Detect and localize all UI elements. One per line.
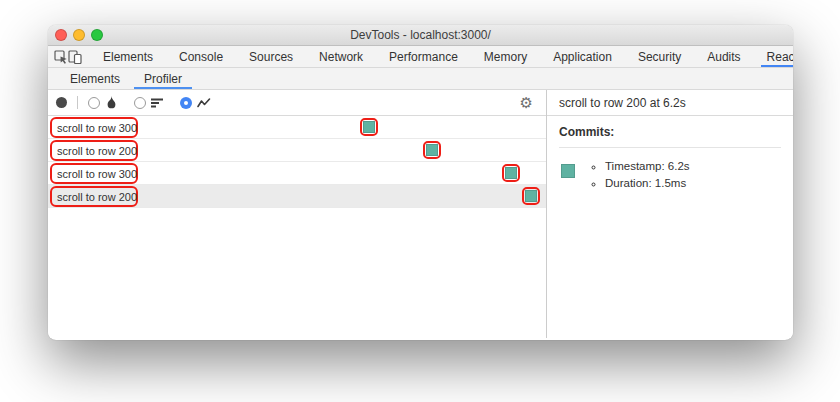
interactions-view-group: [180, 97, 211, 109]
settings-gear-icon[interactable]: ⚙: [520, 95, 533, 110]
tab-react[interactable]: React: [754, 46, 793, 67]
zoom-button[interactable]: [91, 29, 103, 41]
close-button[interactable]: [55, 29, 67, 41]
profiler-toolbar-separator: [77, 96, 78, 109]
interaction-row[interactable]: scroll to row 300: [48, 116, 546, 139]
profiler-toolbar: ⚙: [48, 90, 546, 116]
device-toolbar-icon: [68, 50, 82, 64]
tab-performance[interactable]: Performance: [376, 46, 471, 67]
commit-square-icon: [505, 167, 517, 179]
record-icon[interactable]: [56, 97, 67, 108]
devtools-window: DevTools - localhost:3000/ Elements Cons…: [48, 25, 793, 340]
flamegraph-view-group: [88, 96, 117, 109]
interaction-row-selected[interactable]: scroll to row 200: [48, 185, 546, 208]
react-subtabbar: Elements Profiler: [48, 68, 793, 90]
subtab-profiler[interactable]: Profiler: [132, 68, 194, 89]
commit-marker[interactable]: [522, 187, 540, 205]
commit-square-icon: [426, 144, 438, 156]
tab-security[interactable]: Security: [625, 46, 694, 67]
commit-marker[interactable]: [360, 118, 378, 136]
interaction-details-pane: scroll to row 200 at 6.2s Commits: Times…: [546, 90, 793, 338]
device-toolbar-button[interactable]: [68, 46, 82, 67]
commits-heading: Commits:: [559, 125, 781, 139]
commit-color-icon: [561, 164, 575, 178]
ranked-view-group: [134, 97, 163, 109]
window-title: DevTools - localhost:3000/: [350, 28, 491, 42]
interaction-label[interactable]: scroll to row 300: [50, 117, 138, 138]
tab-network[interactable]: Network: [306, 46, 376, 67]
interactions-radio[interactable]: [180, 97, 192, 109]
traffic-lights: [55, 29, 103, 41]
devtools-tabbar: Elements Console Sources Network Perform…: [48, 46, 793, 68]
inspect-element-button[interactable]: [54, 46, 68, 67]
interactions-chart-icon[interactable]: [197, 97, 211, 109]
commit-marker[interactable]: [423, 141, 441, 159]
inspect-icon: [54, 50, 68, 64]
interactions-pane: ⚙ scroll to row 300 scroll to row 200 sc: [48, 90, 546, 338]
tab-console[interactable]: Console: [166, 46, 236, 67]
subtab-elements[interactable]: Elements: [58, 68, 132, 89]
interaction-row[interactable]: scroll to row 200: [48, 139, 546, 162]
interaction-label[interactable]: scroll to row 200: [50, 186, 138, 207]
titlebar: DevTools - localhost:3000/: [48, 25, 793, 46]
minimize-button[interactable]: [73, 29, 85, 41]
tab-audits[interactable]: Audits: [694, 46, 753, 67]
flame-icon[interactable]: [105, 96, 117, 109]
commit-timestamp: Timestamp: 6.2s: [605, 158, 690, 175]
tab-elements[interactable]: Elements: [90, 46, 166, 67]
selected-interaction-title: scroll to row 200 at 6.2s: [547, 90, 793, 116]
interaction-label[interactable]: scroll to row 300: [50, 163, 138, 184]
commit-entry[interactable]: Timestamp: 6.2s Duration: 1.5ms: [559, 158, 781, 192]
tab-sources[interactable]: Sources: [236, 46, 306, 67]
commit-square-icon: [363, 121, 375, 133]
tab-application[interactable]: Application: [540, 46, 625, 67]
commit-marker[interactable]: [502, 164, 520, 182]
commit-detail-list: Timestamp: 6.2s Duration: 1.5ms: [589, 158, 690, 192]
interaction-label[interactable]: scroll to row 200: [50, 140, 138, 161]
ranked-chart-icon[interactable]: [151, 97, 163, 109]
ranked-radio[interactable]: [134, 97, 146, 109]
details-divider: [559, 147, 781, 148]
flamegraph-radio[interactable]: [88, 97, 100, 109]
commit-square-icon: [525, 190, 537, 202]
interaction-row[interactable]: scroll to row 300: [48, 162, 546, 185]
tab-memory[interactable]: Memory: [471, 46, 540, 67]
profiler-panes: ⚙ scroll to row 300 scroll to row 200 sc: [48, 90, 793, 338]
interactions-list: scroll to row 300 scroll to row 200 scro…: [48, 116, 546, 338]
commit-duration: Duration: 1.5ms: [605, 175, 690, 192]
